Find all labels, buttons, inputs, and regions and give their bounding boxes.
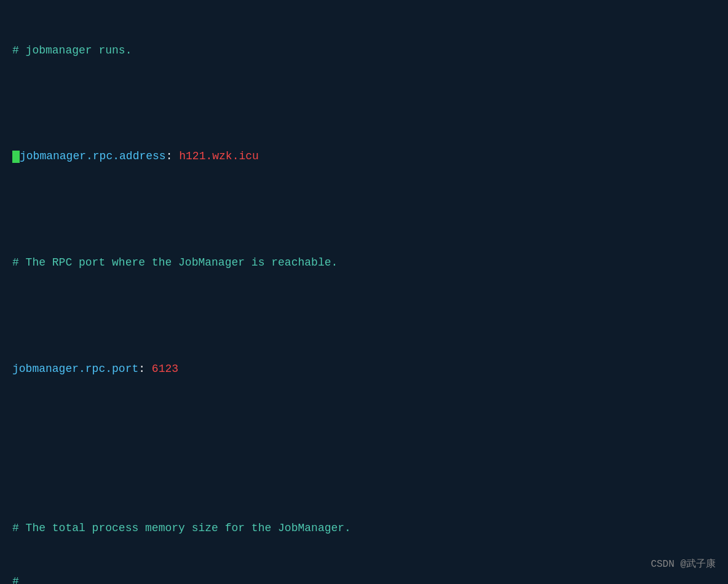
- line-rpc-comment: # The RPC port where the JobManager is r…: [12, 254, 716, 272]
- line-blank-5: [12, 467, 716, 484]
- line-jm-mem-comment2: #: [12, 573, 716, 585]
- cursor-icon: [12, 151, 20, 163]
- key-jm-address: jobmanager.rpc.address: [20, 150, 166, 162]
- colon-1: :: [166, 150, 180, 162]
- line-jm-mem-comment1: # The total process memory size for the …: [12, 519, 716, 537]
- line-blank-3: [12, 307, 716, 325]
- code-editor: # jobmanager runs. jobmanager.rpc.addres…: [0, 0, 728, 584]
- line-blank-4: [12, 413, 716, 431]
- value-jm-port: 6123: [152, 363, 178, 375]
- watermark: CSDN @武子康: [651, 557, 716, 573]
- line-blank-1: [12, 95, 716, 112]
- code-content: # jobmanager runs. jobmanager.rpc.addres…: [0, 0, 728, 584]
- line-1: # jobmanager runs.: [12, 42, 716, 60]
- line-jm-address: jobmanager.rpc.address: h121.wzk.icu: [12, 148, 716, 165]
- colon-2: :: [138, 363, 152, 375]
- line-blank-2: [12, 201, 716, 219]
- value-jm-address: h121.wzk.icu: [179, 150, 259, 162]
- line-jm-port: jobmanager.rpc.port: 6123: [12, 360, 716, 378]
- key-jm-port: jobmanager.rpc.port: [12, 363, 138, 375]
